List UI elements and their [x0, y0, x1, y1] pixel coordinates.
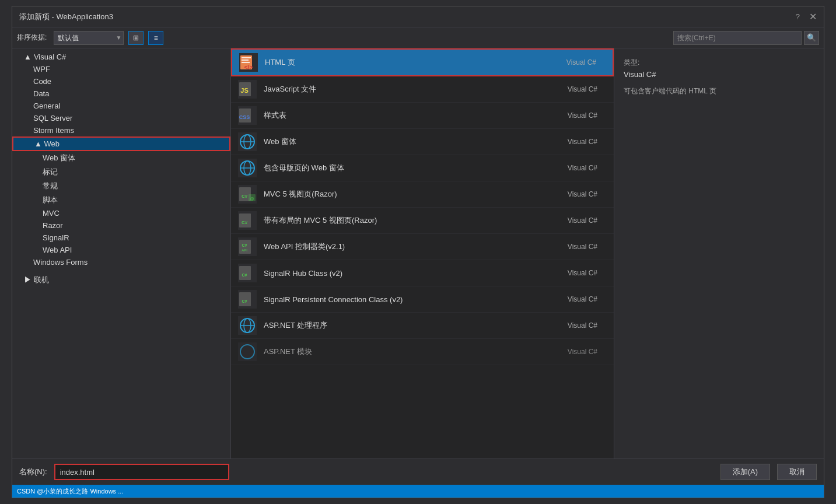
- svg-text:API: API: [242, 249, 247, 252]
- tree-item-code[interactable]: Code: [12, 75, 230, 88]
- bottom-area: 名称(N): 添加(A) 取消: [12, 459, 824, 485]
- item-stylesheet[interactable]: CSS 样式表 Visual C#: [231, 103, 614, 129]
- stylesheet-icon: CSS: [238, 106, 257, 125]
- expand-icon: ▲: [24, 52, 32, 61]
- svg-text:</>: </>: [244, 64, 253, 71]
- mvc5-razor-layout-icon: C#: [238, 211, 257, 230]
- tree-item-marker[interactable]: 标记: [12, 165, 230, 179]
- aspnet-handler-category: Visual C#: [551, 321, 597, 330]
- search-button[interactable]: 🔍: [804, 31, 819, 45]
- html-page-icon: </>: [239, 53, 258, 72]
- status-bar: CSDN @小菜的成长之路 Windows ...: [12, 485, 824, 498]
- toolbar: 排序依据: 默认值 ▼ ⊞ ≡ 🔍: [12, 27, 824, 48]
- item-aspnet-module[interactable]: ASP.NET 模块 Visual C#: [231, 339, 614, 365]
- web-api-controller-category: Visual C#: [551, 243, 597, 251]
- item-mvc5-razor-layout[interactable]: C# 带有布局的 MVC 5 视图页(Razor) Visual C#: [231, 208, 614, 234]
- mvc5-razor-layout-category: Visual C#: [551, 216, 597, 225]
- web-form-master-icon: [238, 159, 257, 177]
- web-form-master-category: Visual C#: [551, 164, 597, 172]
- type-label: 类型:: [624, 58, 814, 68]
- filename-input[interactable]: [54, 464, 229, 480]
- sort-dropdown[interactable]: 默认值: [54, 31, 124, 45]
- svg-text:C#: C#: [242, 220, 248, 225]
- signalr-hub-icon: C#: [238, 264, 257, 282]
- web-form-category: Visual C#: [551, 138, 597, 146]
- js-file-name: JavaScript 文件: [264, 84, 551, 94]
- tree-item-storm-items[interactable]: Storm Items: [12, 124, 230, 136]
- category-tree: ▲ Visual C# WPF Code Data General SQL Se…: [12, 48, 230, 459]
- web-form-icon: [238, 132, 257, 151]
- left-panel: ▲ Visual C# WPF Code Data General SQL Se…: [12, 48, 231, 459]
- svg-text:CSS: CSS: [239, 114, 250, 120]
- signalr-hub-category: Visual C#: [551, 269, 597, 277]
- aspnet-handler-icon: [238, 316, 257, 335]
- grid-icon: ⊞: [133, 34, 139, 42]
- svg-text:C#: C#: [242, 194, 248, 199]
- tree-item-general2[interactable]: 常规: [12, 179, 230, 193]
- help-button[interactable]: ?: [796, 12, 800, 21]
- svg-text:JS: JS: [240, 87, 248, 94]
- tree-item-web-api[interactable]: Web API: [12, 244, 230, 256]
- aspnet-handler-name: ASP.NET 处理程序: [264, 320, 551, 331]
- item-signalr-hub[interactable]: C# SignalR Hub Class (v2) Visual C#: [231, 260, 614, 286]
- aspnet-module-name: ASP.NET 模块: [264, 346, 551, 357]
- tree-item-sql-server[interactable]: SQL Server: [12, 112, 230, 124]
- item-web-form[interactable]: Web 窗体 Visual C#: [231, 129, 614, 155]
- item-description: 可包含客户端代码的 HTML 页: [624, 86, 814, 96]
- item-signalr-persistent[interactable]: C# SignalR Persistent Connection Class (…: [231, 286, 614, 313]
- tree-item-wpf[interactable]: WPF: [12, 63, 230, 75]
- title-bar: 添加新项 - WebApplication3 ? ✕: [12, 6, 824, 27]
- item-web-form-master[interactable]: 包含母版页的 Web 窗体 Visual C#: [231, 155, 614, 181]
- item-html-page[interactable]: </> HTML 页 Visual C#: [231, 48, 614, 76]
- tree-item-data[interactable]: Data: [12, 88, 230, 100]
- title-bar-right: ? ✕: [796, 11, 817, 22]
- type-value: Visual C#: [624, 70, 814, 79]
- signalr-hub-name: SignalR Hub Class (v2): [264, 269, 551, 278]
- web-api-controller-name: Web API 控制器类(v2.1): [264, 242, 551, 252]
- add-button[interactable]: 添加(A): [720, 464, 770, 480]
- tree-item-signalr[interactable]: SignalR: [12, 232, 230, 244]
- right-panel: 类型: Visual C# 可包含客户端代码的 HTML 页: [614, 48, 824, 459]
- add-new-item-dialog: 添加新项 - WebApplication3 ? ✕ 排序依据: 默认值 ▼ ⊞…: [12, 6, 824, 498]
- item-js-file[interactable]: JS JavaScript 文件 Visual C#: [231, 76, 614, 103]
- svg-rect-4: [242, 62, 250, 63]
- js-file-category: Visual C#: [551, 85, 597, 93]
- svg-text:@: @: [250, 197, 254, 201]
- search-wrapper: 🔍: [673, 31, 819, 45]
- tree-item-script[interactable]: 脚本: [12, 193, 230, 207]
- aspnet-module-icon: [238, 342, 257, 361]
- list-view-button[interactable]: ≡: [148, 31, 163, 45]
- tree-item-windows-forms[interactable]: Windows Forms: [12, 256, 230, 268]
- title-bar-left: 添加新项 - WebApplication3: [19, 12, 113, 22]
- aspnet-module-category: Visual C#: [551, 348, 597, 356]
- html-page-category: Visual C#: [550, 58, 596, 66]
- html-page-name: HTML 页: [265, 57, 550, 68]
- svg-rect-3: [242, 60, 249, 61]
- tree-item-razor[interactable]: Razor: [12, 219, 230, 232]
- svg-text:C#: C#: [242, 273, 247, 277]
- tree-item-web[interactable]: ▲ Web: [12, 136, 230, 151]
- search-input[interactable]: [673, 31, 802, 45]
- item-aspnet-handler[interactable]: ASP.NET 处理程序 Visual C#: [231, 313, 614, 339]
- item-web-api-controller[interactable]: C# API Web API 控制器类(v2.1) Visual C#: [231, 234, 614, 260]
- status-text: CSDN @小菜的成长之路 Windows ...: [17, 487, 123, 496]
- tree-item-remote[interactable]: ▶ 联机: [12, 273, 230, 287]
- web-api-controller-icon: C# API: [238, 237, 257, 256]
- mvc5-razor-icon: C# @: [238, 185, 257, 204]
- tree-item-general[interactable]: General: [12, 100, 230, 112]
- grid-view-button[interactable]: ⊞: [128, 31, 144, 45]
- signalr-persistent-icon: C#: [238, 290, 257, 309]
- tree-item-mvc[interactable]: MVC: [12, 207, 230, 219]
- svg-text:C#: C#: [242, 299, 247, 303]
- svg-text:C#: C#: [242, 243, 247, 247]
- name-label: 名称(N):: [19, 467, 47, 477]
- cancel-button[interactable]: 取消: [777, 464, 817, 480]
- close-button[interactable]: ✕: [809, 11, 817, 22]
- sort-label: 排序依据:: [17, 33, 47, 43]
- tree-item-visual-csharp[interactable]: ▲ Visual C#: [12, 51, 230, 63]
- signalr-persistent-category: Visual C#: [551, 295, 597, 303]
- items-list: </> HTML 页 Visual C# JS Ja: [231, 48, 614, 459]
- item-mvc5-razor[interactable]: C# @ MVC 5 视图页(Razor) Visual C#: [231, 181, 614, 208]
- content-area: ▲ Visual C# WPF Code Data General SQL Se…: [12, 48, 824, 459]
- tree-item-web-window[interactable]: Web 窗体: [12, 151, 230, 165]
